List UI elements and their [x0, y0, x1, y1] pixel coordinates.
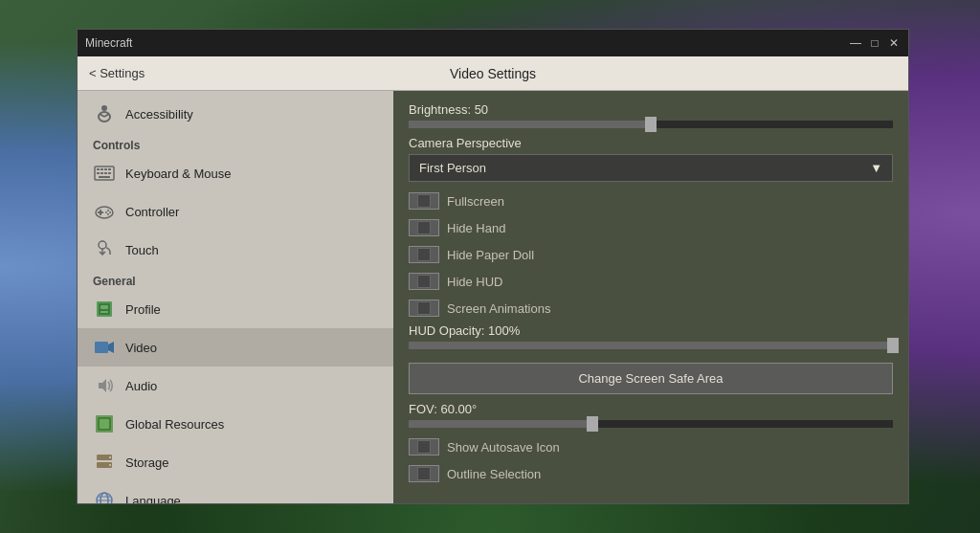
controller-icon — [93, 200, 116, 223]
svg-rect-7 — [104, 168, 107, 170]
hide-paper-doll-toggle[interactable] — [409, 246, 439, 263]
svg-line-2 — [100, 114, 104, 117]
outline-selection-row[interactable]: Outline Selection — [409, 462, 893, 485]
controller-label: Controller — [125, 205, 179, 219]
fullscreen-row[interactable]: Fullscreen — [409, 189, 893, 212]
touch-label: Touch — [125, 243, 159, 257]
back-label: < Settings — [89, 66, 145, 80]
global-resources-label: Global Resources — [125, 417, 224, 432]
hide-hand-toggle[interactable] — [409, 219, 439, 236]
screen-animations-label: Screen Animations — [447, 301, 550, 316]
touch-icon — [93, 238, 116, 261]
toggle-inner — [417, 301, 431, 315]
show-autosave-label: Show Autosave Icon — [447, 440, 560, 455]
camera-perspective-dropdown[interactable]: First Person ▼ — [409, 154, 893, 182]
camera-perspective-label: Camera Perspective — [409, 136, 893, 150]
hide-hud-toggle[interactable] — [409, 273, 439, 290]
svg-point-34 — [109, 456, 111, 458]
profile-icon — [93, 298, 116, 321]
brightness-fill — [409, 121, 651, 128]
svg-point-21 — [99, 241, 106, 249]
sidebar-item-controller[interactable]: Controller — [78, 192, 393, 231]
fov-thumb[interactable] — [587, 416, 598, 432]
close-button[interactable]: ✕ — [887, 36, 901, 50]
video-icon — [93, 336, 116, 359]
svg-point-37 — [100, 493, 108, 503]
svg-point-35 — [109, 464, 111, 466]
svg-rect-8 — [108, 168, 111, 170]
maximize-button[interactable]: □ — [868, 36, 881, 50]
svg-rect-10 — [100, 172, 103, 174]
minimize-button[interactable]: — — [849, 36, 862, 50]
svg-rect-11 — [104, 172, 107, 174]
svg-point-0 — [101, 105, 107, 111]
audio-icon — [93, 374, 116, 397]
profile-label: Profile — [125, 302, 161, 317]
hud-opacity-thumb[interactable] — [887, 338, 899, 353]
sidebar-item-language[interactable]: Language — [78, 481, 393, 503]
keyboard-label: Keyboard & Mouse — [125, 167, 232, 181]
camera-perspective-value: First Person — [419, 161, 486, 175]
svg-point-36 — [97, 493, 112, 503]
toggle-inner — [417, 194, 431, 208]
sidebar-item-profile[interactable]: Profile — [78, 290, 393, 328]
svg-marker-27 — [108, 342, 114, 353]
toggle-inner — [417, 467, 431, 480]
brightness-thumb[interactable] — [645, 117, 657, 132]
svg-rect-6 — [100, 168, 103, 170]
svg-rect-31 — [100, 419, 109, 429]
hide-paper-doll-row[interactable]: Hide Paper Doll — [409, 243, 893, 266]
show-autosave-toggle[interactable] — [409, 438, 439, 455]
hide-hand-label: Hide Hand — [447, 221, 505, 235]
toggle-inner — [417, 275, 431, 288]
svg-rect-9 — [97, 172, 100, 174]
svg-point-20 — [107, 213, 109, 215]
page-title: Video Settings — [450, 66, 536, 81]
sidebar: Accessibility Controls — [78, 91, 393, 503]
screen-animations-toggle[interactable] — [409, 300, 439, 317]
hud-opacity-label: HUD Opacity: 100% — [409, 323, 893, 338]
fov-slider[interactable] — [409, 420, 893, 428]
fullscreen-toggle[interactable] — [409, 192, 439, 210]
global-resources-icon — [93, 412, 116, 435]
svg-rect-26 — [95, 342, 108, 353]
svg-rect-25 — [100, 311, 108, 313]
minecraft-window: Minecraft — □ ✕ < Settings Video Setting… — [77, 29, 909, 504]
sidebar-item-video[interactable]: Video — [78, 328, 393, 366]
hide-paper-doll-label: Hide Paper Doll — [447, 248, 534, 262]
sidebar-item-audio[interactable]: Audio — [78, 366, 393, 405]
window-title: Minecraft — [85, 36, 132, 50]
hide-hand-row[interactable]: Hide Hand — [409, 216, 893, 239]
sidebar-item-touch[interactable]: Touch — [78, 231, 393, 269]
brightness-label: Brightness: 50 — [409, 102, 893, 117]
brightness-slider[interactable] — [409, 121, 893, 128]
sidebar-item-storage[interactable]: Storage — [78, 443, 393, 481]
back-button[interactable]: < Settings — [89, 66, 145, 80]
storage-label: Storage — [125, 455, 169, 470]
hud-opacity-slider[interactable] — [409, 342, 893, 349]
language-label: Language — [125, 494, 181, 504]
screen-animations-row[interactable]: Screen Animations — [409, 297, 893, 320]
fov-row: FOV: 60.00° — [409, 402, 893, 428]
language-icon — [93, 489, 116, 503]
sidebar-item-accessibility[interactable]: Accessibility — [78, 95, 393, 133]
show-autosave-row[interactable]: Show Autosave Icon — [409, 435, 893, 458]
svg-marker-28 — [99, 379, 106, 392]
svg-line-3 — [104, 114, 109, 117]
change-screen-safe-area-button[interactable]: Change Screen Safe Area — [409, 363, 893, 394]
window-controls: — □ ✕ — [849, 36, 901, 50]
outline-selection-toggle[interactable] — [409, 465, 439, 482]
sidebar-item-global-resources[interactable]: Global Resources — [78, 405, 393, 443]
chevron-down-icon: ▼ — [870, 161, 882, 175]
video-label: Video — [125, 341, 157, 355]
keyboard-icon — [93, 162, 116, 185]
sidebar-item-keyboard[interactable]: Keyboard & Mouse — [78, 154, 393, 192]
hide-hud-row[interactable]: Hide HUD — [409, 270, 893, 293]
svg-rect-24 — [100, 305, 108, 309]
svg-rect-12 — [108, 172, 111, 174]
accessibility-icon — [93, 102, 116, 125]
hide-hud-label: Hide HUD — [447, 275, 503, 289]
svg-rect-13 — [99, 176, 110, 178]
brightness-row: Brightness: 50 — [409, 102, 893, 128]
fov-label: FOV: 60.00° — [409, 402, 893, 416]
